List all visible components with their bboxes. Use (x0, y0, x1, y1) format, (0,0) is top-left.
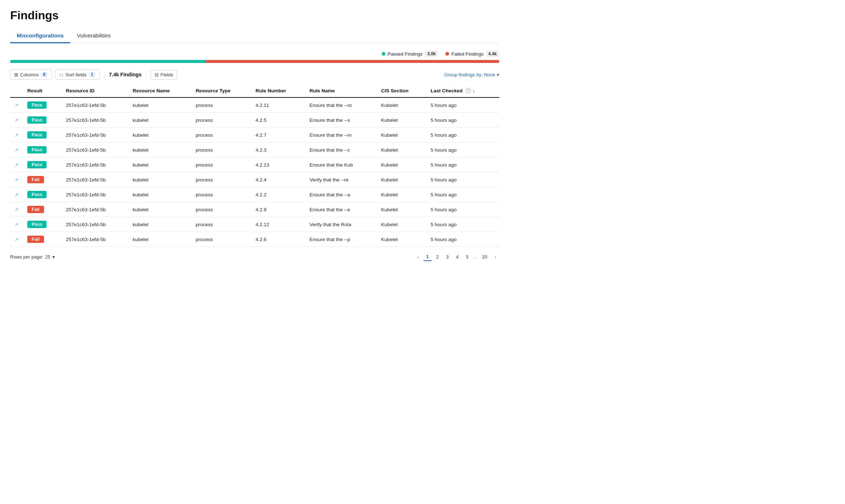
passed-label: Passed Findings (388, 51, 422, 57)
external-link-icon[interactable]: ↗ (15, 132, 19, 138)
resource-id-cell: 257e1c63-1efd-5b (62, 128, 128, 143)
page-1-button[interactable]: 1 (423, 253, 432, 261)
th-cis-section: CIS Section (377, 84, 426, 97)
resource-name-cell: kubelet (128, 128, 191, 143)
group-by-button[interactable]: Group findings by: None ▾ (444, 72, 499, 77)
rule-number-cell: 4.2.13 (251, 157, 305, 172)
external-link-icon[interactable]: ↗ (15, 103, 19, 108)
resource-type-cell: process (191, 232, 251, 247)
resource-name-cell: kubelet (128, 232, 191, 247)
table-row: ↗ Pass 257e1c63-1efd-5b kubelet process … (10, 187, 499, 202)
result-badge: Fail (27, 236, 44, 243)
page-5-button[interactable]: 5 (463, 253, 471, 261)
result-cell: Fail (23, 232, 62, 247)
external-link-icon[interactable]: ↗ (15, 117, 19, 123)
sort-down-icon: ↓ (473, 88, 475, 93)
last-checked-cell: 5 hours ago (426, 157, 499, 172)
progress-fail-segment (206, 60, 499, 63)
resource-type-cell: process (191, 128, 251, 143)
resource-type-cell: process (191, 217, 251, 232)
resource-name-cell: kubelet (128, 113, 191, 128)
rule-number-cell: 4.2.6 (251, 232, 305, 247)
cis-section-cell: Kubelet (377, 128, 426, 143)
rule-name-cell: Ensure that the --m (305, 128, 377, 143)
row-link-cell[interactable]: ↗ (10, 217, 23, 232)
result-badge: Pass (27, 191, 47, 198)
resource-type-cell: process (191, 143, 251, 157)
external-link-icon[interactable]: ↗ (15, 237, 19, 242)
row-link-cell[interactable]: ↗ (10, 128, 23, 143)
cis-section-cell: Kubelet (377, 143, 426, 157)
external-link-icon[interactable]: ↗ (15, 207, 19, 212)
th-empty (10, 84, 23, 97)
external-link-icon[interactable]: ↗ (15, 177, 19, 183)
row-link-cell[interactable]: ↗ (10, 187, 23, 202)
table-row: ↗ Pass 257e1c63-1efd-5b kubelet process … (10, 217, 499, 232)
page-4-button[interactable]: 4 (453, 253, 461, 261)
rule-number-cell: 4.2.12 (251, 217, 305, 232)
pagination: Rows per page: 25 ▾ ‹ 1 2 3 4 5 … 20 › (10, 253, 499, 261)
resource-type-cell: process (191, 202, 251, 217)
rule-name-cell: Ensure that the Kub (305, 157, 377, 172)
rule-number-cell: 4.2.4 (251, 172, 305, 187)
row-link-cell[interactable]: ↗ (10, 97, 23, 113)
findings-table: Result Resource ID Resource Name Resourc… (10, 84, 499, 247)
result-badge: Pass (27, 221, 47, 228)
rule-name-cell: Verify that the --re (305, 172, 377, 187)
columns-button[interactable]: ⊞ Columns 8 (10, 69, 52, 80)
resource-id-cell: 257e1c63-1efd-5b (62, 172, 128, 187)
failed-count: 4.4k (486, 51, 499, 57)
last-checked-cell: 5 hours ago (426, 113, 499, 128)
th-resource-id: Resource ID (62, 84, 128, 97)
table-row: ↗ Fail 257e1c63-1efd-5b kubelet process … (10, 232, 499, 247)
prev-page-button[interactable]: ‹ (414, 253, 422, 261)
rule-name-cell: Ensure that the --ro (305, 97, 377, 113)
result-cell: Pass (23, 187, 62, 202)
resource-id-cell: 257e1c63-1efd-5b (62, 187, 128, 202)
row-link-cell[interactable]: ↗ (10, 172, 23, 187)
fields-button[interactable]: ⊟ Fields (151, 70, 177, 80)
page-2-button[interactable]: 2 (433, 253, 442, 261)
row-link-cell[interactable]: ↗ (10, 157, 23, 172)
result-cell: Pass (23, 143, 62, 157)
next-page-button[interactable]: › (492, 253, 499, 261)
table-row: ↗ Fail 257e1c63-1efd-5b kubelet process … (10, 172, 499, 187)
legend-failed: Failed Findings 4.4k (445, 51, 499, 57)
external-link-icon[interactable]: ↗ (15, 222, 19, 227)
tab-bar: Misconfigurations Vulnerabilities (10, 29, 499, 43)
result-badge: Pass (27, 101, 47, 109)
page-3-button[interactable]: 3 (443, 253, 452, 261)
resource-name-cell: kubelet (128, 143, 191, 157)
row-link-cell[interactable]: ↗ (10, 143, 23, 157)
table-row: ↗ Pass 257e1c63-1efd-5b kubelet process … (10, 113, 499, 128)
resource-name-cell: kubelet (128, 202, 191, 217)
result-cell: Pass (23, 217, 62, 232)
result-badge: Fail (27, 176, 44, 183)
external-link-icon[interactable]: ↗ (15, 147, 19, 153)
tab-misconfigurations[interactable]: Misconfigurations (10, 29, 70, 43)
external-link-icon[interactable]: ↗ (15, 192, 19, 197)
table-row: ↗ Fail 257e1c63-1efd-5b kubelet process … (10, 202, 499, 217)
rule-number-cell: 4.2.11 (251, 97, 305, 113)
result-badge: Pass (27, 146, 47, 153)
row-link-cell[interactable]: ↗ (10, 232, 23, 247)
th-last-checked[interactable]: Last Checked 🕐 ↓ (426, 84, 499, 97)
result-cell: Pass (23, 128, 62, 143)
chevron-down-icon: ▾ (497, 72, 499, 77)
passed-count: 3.0k (425, 51, 438, 57)
clock-icon: 🕐 (465, 88, 471, 93)
rule-name-cell: Ensure that the --s (305, 113, 377, 128)
resource-type-cell: process (191, 187, 251, 202)
rule-name-cell: Ensure that the --e (305, 202, 377, 217)
rows-per-page[interactable]: Rows per page: 25 ▾ (10, 254, 55, 260)
page-20-button[interactable]: 20 (479, 253, 490, 261)
row-link-cell[interactable]: ↗ (10, 202, 23, 217)
last-checked-cell: 5 hours ago (426, 97, 499, 113)
result-cell: Pass (23, 157, 62, 172)
last-checked-cell: 5 hours ago (426, 143, 499, 157)
tab-vulnerabilities[interactable]: Vulnerabilities (70, 29, 117, 43)
external-link-icon[interactable]: ↗ (15, 162, 19, 168)
row-link-cell[interactable]: ↗ (10, 113, 23, 128)
cis-section-cell: Kubelet (377, 217, 426, 232)
sort-button[interactable]: ↑↓ Sort fields 1 (55, 69, 100, 80)
